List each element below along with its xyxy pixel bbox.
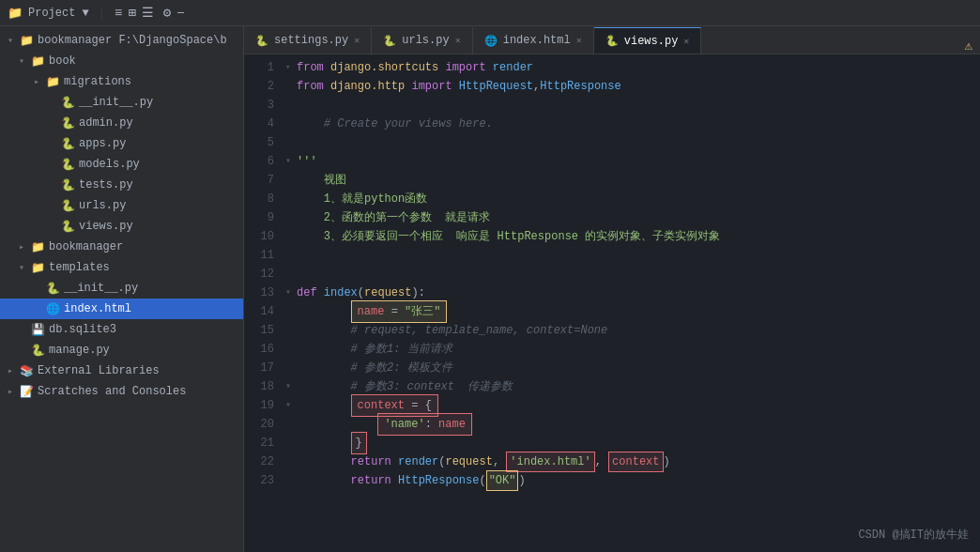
code-text: def index(request): xyxy=(297,284,425,302)
sidebar-item-label: apps.py xyxy=(79,137,126,150)
expand-arrow: ▸ xyxy=(8,386,19,397)
tab-close-btn[interactable]: ✕ xyxy=(576,35,582,46)
line-num-4: 4 xyxy=(244,115,274,133)
code-text: 视图 xyxy=(297,171,346,190)
tab-urls[interactable]: 🐍 urls.py ✕ xyxy=(372,27,472,54)
code-line-5 xyxy=(289,133,980,152)
code-text: 2、函数的第一个参数 就是请求 xyxy=(297,208,490,227)
line-num-16: 16 xyxy=(244,340,274,359)
code-line-10: 3、必须要返回一个相应 响应是 HttpResponse 的实例对象、子类实例对… xyxy=(289,227,980,246)
tab-close-btn[interactable]: ✕ xyxy=(683,36,689,47)
line-num-20: 20 xyxy=(244,415,274,434)
fold-indicator[interactable]: ▾ xyxy=(285,396,297,415)
line-num-15: 15 xyxy=(244,321,274,340)
sidebar-item-external-libs[interactable]: ▸ 📚 External Libraries xyxy=(0,360,243,381)
sidebar-item-init1[interactable]: 🐍 __init__.py xyxy=(0,92,243,113)
expand-arrow: ▸ xyxy=(19,241,30,253)
code-text: from django.http import HttpRequest,Http… xyxy=(297,77,621,96)
sidebar-item-apps[interactable]: 🐍 apps.py xyxy=(0,133,243,154)
sidebar-item-label: bookmanager F:\DjangoSpace\b xyxy=(38,34,227,47)
py-file-icon: 🐍 xyxy=(60,199,75,213)
code-text: return render(request, 'index.html', con… xyxy=(297,452,670,472)
code-line-2: from django.http import HttpRequest,Http… xyxy=(289,77,980,96)
py-file-icon: 🐍 xyxy=(60,96,75,110)
tab-label: index.html xyxy=(503,34,571,47)
code-line-14: name = "张三" xyxy=(289,302,980,321)
code-text: return HttpResponse("OK") xyxy=(297,470,526,491)
sidebar-item-label: urls.py xyxy=(79,199,126,212)
sidebar-item-bookmanager-root[interactable]: ▾ 📁 bookmanager F:\DjangoSpace\b xyxy=(0,30,243,51)
folder-icon: 📁 xyxy=(30,240,45,254)
line-num-10: 10 xyxy=(244,227,274,246)
sidebar-item-label: index.html xyxy=(64,302,131,315)
sidebar-item-urls1[interactable]: 🐍 urls.py xyxy=(0,195,243,216)
scratch-icon: 📝 xyxy=(19,385,34,399)
sidebar-item-label: admin.py xyxy=(79,116,133,130)
sidebar-item-book[interactable]: ▾ 📁 book xyxy=(0,51,243,71)
line-num-2: 2 xyxy=(244,77,274,96)
sidebar-item-views1[interactable]: 🐍 views.py xyxy=(0,216,243,237)
folder-icon: 📁 xyxy=(19,34,34,48)
fold-indicator[interactable]: ▾ xyxy=(285,284,297,302)
nav-back-icon[interactable]: ≡ xyxy=(115,6,122,21)
expand-arrow: ▾ xyxy=(8,35,19,46)
project-label[interactable]: Project ▼ xyxy=(28,7,89,20)
sidebar-item-models[interactable]: 🐍 models.py xyxy=(0,154,243,175)
line-num-3: 3 xyxy=(244,96,274,115)
editor-area: 🐍 settings.py ✕ 🐍 urls.py ✕ 🌐 index.html… xyxy=(244,26,980,552)
code-text: name = "张三" xyxy=(297,300,447,323)
line-num-19: 19 xyxy=(244,396,274,415)
line-num-8: 8 xyxy=(244,190,274,208)
main-layout: ▾ 📁 bookmanager F:\DjangoSpace\b ▾ 📁 boo… xyxy=(0,26,980,552)
sidebar-item-db-sqlite[interactable]: 💾 db.sqlite3 xyxy=(0,319,243,340)
tab-index[interactable]: 🌐 index.html ✕ xyxy=(473,27,594,54)
fold-indicator[interactable]: ▾ xyxy=(285,152,297,171)
tab-settings[interactable]: 🐍 settings.py ✕ xyxy=(244,27,372,54)
sidebar-item-templates[interactable]: ▾ 📁 templates xyxy=(0,257,243,278)
code-editor[interactable]: 1 2 3 4 5 6 7 8 9 10 11 12 13 14 15 16 1… xyxy=(244,54,980,552)
tab-label: urls.py xyxy=(402,34,449,47)
tab-close-btn[interactable]: ✕ xyxy=(354,35,360,46)
sidebar-item-tests[interactable]: 🐍 tests.py xyxy=(0,175,243,195)
sidebar-item-label: __init__.py xyxy=(64,282,138,295)
sidebar-item-manage[interactable]: 🐍 manage.py xyxy=(0,340,243,360)
expand-arrow: ▸ xyxy=(34,76,45,87)
html-file-icon: 🌐 xyxy=(484,35,498,47)
folder-icon: 📁 xyxy=(45,75,60,89)
title-bar: 📁 Project ▼ | ≡ ⊞ ☰ ⚙ − xyxy=(0,0,980,26)
code-line-16: # 参数1: 当前请求 xyxy=(289,340,980,359)
settings-icon[interactable]: ⚙ xyxy=(163,5,171,21)
code-line-8: 1、就是python函数 xyxy=(289,190,980,208)
fold-indicator[interactable]: ▾ xyxy=(285,58,297,77)
fold-indicator[interactable]: ▾ xyxy=(285,377,297,396)
code-text: ''' xyxy=(297,152,317,171)
line-numbers: 1 2 3 4 5 6 7 8 9 10 11 12 13 14 15 16 1… xyxy=(244,54,282,552)
code-content[interactable]: ▾ from django.shortcuts import render fr… xyxy=(282,54,980,552)
tab-views[interactable]: 🐍 views.py ✕ xyxy=(594,27,702,54)
py-file-icon: 🐍 xyxy=(255,35,268,47)
py-file-icon: 🐍 xyxy=(45,282,60,296)
code-line-1: ▾ from django.shortcuts import render xyxy=(289,58,980,77)
nav-up-icon[interactable]: ☰ xyxy=(142,5,154,21)
sidebar[interactable]: ▾ 📁 bookmanager F:\DjangoSpace\b ▾ 📁 boo… xyxy=(0,26,244,552)
tab-close-btn[interactable]: ✕ xyxy=(455,35,461,46)
code-text: # 参数1: 当前请求 xyxy=(297,340,452,359)
sidebar-item-scratches[interactable]: ▸ 📝 Scratches and Consoles xyxy=(0,381,243,402)
minimize-icon[interactable]: − xyxy=(176,6,184,21)
sidebar-item-label: bookmanager xyxy=(49,240,123,253)
code-line-22: return render(request, 'index.html', con… xyxy=(289,452,980,471)
title-bar-left: 📁 Project ▼ | ≡ ⊞ ☰ ⚙ − xyxy=(8,5,185,21)
sidebar-item-init2[interactable]: 🐍 __init__.py xyxy=(0,278,243,299)
sidebar-item-label: migrations xyxy=(64,75,131,88)
sidebar-item-admin[interactable]: 🐍 admin.py xyxy=(0,113,243,133)
watermark: CSDN @搞IT的放牛娃 xyxy=(858,527,969,543)
code-line-17: # 参数2: 模板文件 xyxy=(289,359,980,377)
sidebar-item-migrations[interactable]: ▸ 📁 migrations xyxy=(0,71,243,92)
nav-forward-icon[interactable]: ⊞ xyxy=(128,5,135,21)
sidebar-item-bookmanager2[interactable]: ▸ 📁 bookmanager xyxy=(0,237,243,257)
code-line-11 xyxy=(289,246,980,265)
sidebar-item-index-html[interactable]: 🌐 index.html xyxy=(0,299,243,319)
line-num-17: 17 xyxy=(244,359,274,377)
expand-arrow: ▾ xyxy=(19,55,30,67)
tabs-bar: 🐍 settings.py ✕ 🐍 urls.py ✕ 🌐 index.html… xyxy=(244,26,980,54)
